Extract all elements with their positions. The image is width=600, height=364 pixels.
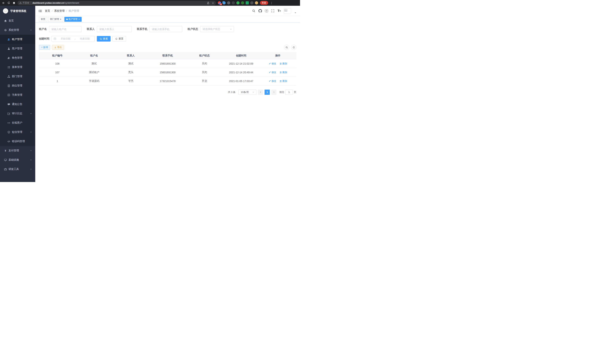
tenant-name-input[interactable] — [49, 26, 82, 32]
reset-button[interactable]: 重置 — [112, 36, 126, 42]
extension-icon-1[interactable]: 10 — [218, 1, 221, 4]
delete-link[interactable]: 删除 — [280, 62, 287, 65]
back-icon[interactable] — [2, 1, 5, 5]
cell-name: 测试 — [76, 59, 112, 68]
sidebar-item-notice[interactable]: 通知公告 — [0, 100, 35, 109]
page-size-select[interactable]: 10条/页 — [238, 90, 256, 95]
tab-dept[interactable]: 部门管理 × — [48, 17, 63, 22]
status-label: 租户状态 — [188, 28, 198, 31]
sidebar-item-label: 角色管理 — [12, 56, 22, 60]
browser-menu-icon[interactable]: ⋮ — [270, 1, 273, 4]
refresh-table-button[interactable] — [291, 45, 296, 50]
tab-tenant[interactable]: 租户管理 × — [64, 17, 82, 22]
edit-link[interactable]: 修改 — [269, 62, 276, 65]
sidebar-item-user[interactable]: 用户管理 — [0, 44, 35, 53]
url-text: dashboard.yudao.iocoder.cn/system/tenant — [32, 2, 205, 4]
export-button-label: 导出 — [57, 46, 62, 49]
delete-link[interactable]: 删除 — [280, 79, 287, 83]
font-size-icon[interactable]: TT — [278, 9, 281, 13]
extension-icon-6[interactable] — [241, 1, 244, 4]
github-icon[interactable] — [258, 9, 262, 13]
sidebar-item-dev-tools[interactable]: 研发工具 — [0, 165, 35, 174]
security-warning[interactable]: 不安全 — [19, 1, 29, 4]
extension-icon-4[interactable] — [232, 1, 235, 4]
bookmark-star-icon[interactable]: ☆ — [212, 2, 214, 4]
sidebar-item-system[interactable]: 系统管理 — [0, 25, 35, 35]
tab-home[interactable]: 首页 — [39, 17, 47, 22]
extension-icon-2[interactable] — [223, 1, 225, 4]
sidebar-item-dict[interactable]: 字典管理 — [0, 90, 35, 100]
search-icon[interactable] — [252, 9, 255, 13]
status-placeholder: 请选择租户状态 — [203, 28, 230, 31]
sidebar-item-payment[interactable]: ¥ 支付管理 — [0, 146, 35, 155]
sidebar-item-role[interactable]: 角色管理 — [0, 53, 35, 63]
breadcrumb-section[interactable]: 系统管理 — [54, 9, 65, 13]
search-icon — [100, 38, 102, 40]
edit-link[interactable]: 修改 — [269, 71, 276, 74]
filter-row-1: 租户名 联系人 联系手机 租户状态 请选择租户状态 — [39, 26, 296, 32]
sidebar-item-menu[interactable]: 菜单管理 — [0, 63, 35, 72]
extensions-puzzle-icon[interactable] — [250, 1, 253, 4]
cell-actions: 修改 删除 — [260, 59, 296, 68]
toggle-search-button[interactable] — [284, 45, 289, 50]
add-button[interactable]: + 新增 — [39, 45, 50, 50]
extension-icon-5[interactable] — [236, 1, 240, 4]
sidebar-item-infrastructure[interactable]: 基础设施 — [0, 155, 35, 165]
sidebar-item-sms[interactable]: 短信管理 — [0, 127, 35, 137]
plus-icon: + — [41, 46, 42, 49]
phone-input[interactable] — [150, 26, 182, 32]
sidebar-item-home[interactable]: 首页 — [0, 16, 35, 25]
contact-input[interactable] — [97, 26, 132, 32]
reload-icon[interactable] — [7, 1, 10, 5]
close-icon[interactable]: × — [60, 18, 61, 20]
toolbox-icon — [4, 168, 7, 171]
sidebar-item-error-code[interactable]: 错误码管理 — [0, 137, 35, 146]
edit-link[interactable]: 修改 — [269, 79, 276, 83]
prev-page-button[interactable] — [258, 90, 263, 95]
home-icon[interactable] — [12, 1, 16, 5]
sidebar-item-label: 研发工具 — [9, 168, 19, 171]
download-icon — [54, 46, 56, 48]
url-domain: dashboard.yudao.iocoder.cn — [32, 2, 64, 4]
col-tenant-id: 租户编号 — [39, 52, 76, 59]
fullscreen-icon[interactable] — [271, 9, 275, 13]
top-navbar: 首页 / 系统管理 / 租户管理 ? TT — [35, 6, 300, 16]
next-page-button[interactable] — [271, 90, 276, 95]
page-number-1[interactable]: 1 — [264, 90, 270, 95]
gear-icon — [4, 29, 7, 32]
sidebar-item-audit-log[interactable]: 审计日志 — [0, 109, 35, 118]
sidebar-collapse-icon[interactable] — [38, 9, 42, 13]
sidebar-item-online-users[interactable]: 在线用户 — [0, 118, 35, 127]
close-icon[interactable]: × — [78, 18, 80, 20]
sidebar-logo[interactable]: 芋道管理系统 — [0, 6, 35, 16]
calendar-icon — [54, 37, 56, 40]
sidebar-item-post[interactable]: 岗位管理 — [0, 81, 35, 90]
chrome-update-button[interactable]: 更新 — [260, 1, 268, 5]
user-avatar[interactable] — [284, 8, 291, 14]
phone-label: 联系手机 — [137, 28, 147, 31]
date-range-picker[interactable]: 开始日期 - 结束日期 — [52, 36, 95, 42]
browser-chrome: 不安全 dashboard.yudao.iocoder.cn/system/te… — [0, 0, 300, 6]
sidebar-item-label: 短信管理 — [12, 131, 22, 134]
status-select[interactable]: 请选择租户状态 — [200, 26, 234, 32]
export-button[interactable]: 导出 — [52, 45, 64, 50]
cell-phone: 17321315478 — [149, 77, 186, 85]
cell-actions: 修改 删除 — [260, 68, 296, 77]
extension-icon-7[interactable] — [246, 1, 249, 4]
search-button[interactable]: 搜索 — [97, 36, 111, 42]
caret-down-icon[interactable] — [294, 12, 296, 14]
sidebar-item-dept[interactable]: 部门管理 — [0, 72, 35, 81]
delete-link[interactable]: 删除 — [280, 71, 287, 74]
navbar-actions: ? TT — [252, 8, 296, 14]
breadcrumb-current: 租户管理 — [69, 9, 79, 13]
breadcrumb-home[interactable]: 首页 — [45, 9, 50, 13]
goto-page-input[interactable] — [285, 90, 293, 95]
sidebar-item-tenant[interactable]: 租户管理 — [0, 35, 35, 44]
profile-avatar-icon[interactable] — [255, 1, 258, 4]
share-icon[interactable] — [206, 1, 210, 5]
help-icon[interactable]: ? — [265, 9, 268, 12]
chevron-down-icon — [30, 159, 32, 161]
address-bar[interactable]: 不安全 dashboard.yudao.iocoder.cn/system/te… — [18, 1, 216, 5]
extension-icon-3[interactable] — [227, 1, 230, 4]
book-icon — [7, 94, 10, 96]
